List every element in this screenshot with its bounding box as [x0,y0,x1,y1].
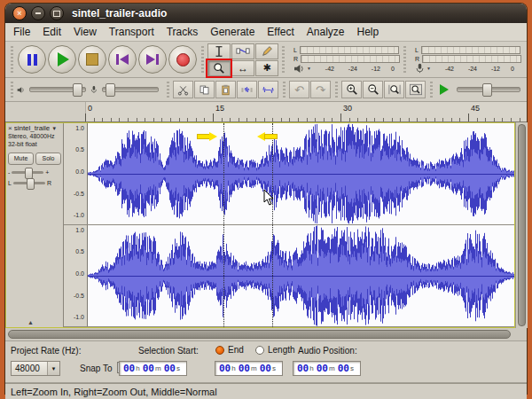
silence-icon [262,84,274,96]
menu-transport[interactable]: Transport [103,24,160,40]
window-minimize-button[interactable] [31,6,45,20]
menu-file[interactable]: File [7,24,36,40]
mute-button[interactable]: Mute [8,153,34,165]
vertical-ruler[interactable]: 1.0 0.5 0.0 -0.5 -1.0 [64,123,88,224]
slider-thumb[interactable] [27,178,35,190]
record-button[interactable] [168,45,197,74]
slider-thumb[interactable] [25,168,33,179]
vertical-ruler[interactable]: 1.0 0.5 0.0 -0.5 -1.0 [64,225,88,326]
time-value: 00 [338,363,349,374]
slider-thumb[interactable] [482,83,492,97]
track-name[interactable]: sintel_traile [14,124,50,132]
time-unit: s [350,364,354,372]
input-volume-slider[interactable] [102,87,159,92]
vruler-label: -1.0 [74,314,84,320]
trim-audio-button[interactable] [237,81,257,98]
title-bar[interactable]: × sintel_trailer-audio [5,4,527,23]
guide-line [272,123,273,327]
slider-thumb[interactable] [106,83,115,97]
recording-meter-bar-right[interactable] [422,55,521,63]
zoom-out-button[interactable] [363,81,383,98]
toolbar-grip[interactable] [11,46,13,73]
toolbar-grip[interactable] [201,46,204,73]
undo-button[interactable]: ↶ [289,81,309,98]
time-value: 00 [239,363,250,374]
pan-slider[interactable] [13,182,45,184]
copy-button[interactable] [194,81,215,98]
playback-meter[interactable]: L R ▼ -42 -24 -12 0 [293,46,400,74]
timeshift-tool-button[interactable]: ↔ [231,60,254,76]
zoom-tool-button[interactable] [207,60,231,76]
solo-button[interactable]: Solo [35,153,61,165]
window-close-button[interactable]: × [12,6,27,20]
menu-effect[interactable]: Effect [261,24,300,40]
slider-thumb[interactable] [73,83,82,97]
play-at-speed-button[interactable] [440,84,449,95]
maximize-icon [53,11,60,17]
track-close-button[interactable]: × [8,124,12,132]
selection-tool-button[interactable] [207,43,231,59]
vertical-scrollbar[interactable] [515,122,528,328]
envelope-tool-button[interactable] [231,43,254,59]
toolbar-grip[interactable] [335,82,338,98]
toolbar-grip[interactable] [167,82,169,98]
play-button[interactable] [48,45,76,74]
paste-button[interactable] [215,81,236,98]
ruler-tick [85,113,86,121]
menu-tracks[interactable]: Tracks [160,24,205,40]
window-maximize-button[interactable] [50,6,64,20]
fit-project-button[interactable] [405,81,426,98]
menu-generate[interactable]: Generate [204,24,261,40]
scrollbar-thumb[interactable] [8,330,511,339]
toolbar-grip[interactable] [11,82,13,98]
chevron-down-icon[interactable]: ▼ [426,66,431,71]
redo-button[interactable]: ↷ [310,81,331,98]
magnifier-icon [213,62,225,74]
playback-speed-slider[interactable] [457,87,520,92]
length-radio[interactable]: Length [255,345,295,355]
pause-button[interactable] [18,45,46,74]
multi-tool-button[interactable]: ✱ [255,60,278,76]
chevron-down-icon[interactable]: ▼ [307,66,311,71]
recording-meter-bar-left[interactable] [421,46,520,54]
fit-selection-button[interactable] [384,81,404,98]
chevron-down-icon[interactable]: ▼ [47,362,59,375]
paste-icon [220,84,231,96]
toolbar-grip[interactable] [430,82,433,98]
zoom-in-button[interactable] [341,81,362,98]
cut-button[interactable] [173,81,193,98]
menu-help[interactable]: Help [351,24,386,40]
playback-meter-bar-right[interactable] [301,55,400,63]
draw-tool-button[interactable] [255,43,278,59]
horizontal-scrollbar[interactable] [5,328,527,341]
selection-start-field[interactable]: 00h 00m 00s [119,361,187,376]
toolbar-grip[interactable] [283,82,286,98]
toolbar-grip[interactable] [403,46,406,73]
time-unit: s [272,364,276,372]
gain-slider[interactable] [12,171,43,174]
timeline-ruler[interactable]: 0 15 30 45 [5,102,527,122]
skip-to-end-icon [146,54,159,65]
project-rate-combobox[interactable]: 48000 ▼ [11,361,60,376]
track-collapse-button[interactable]: ▲ [27,319,34,325]
skip-to-start-button[interactable] [108,45,137,74]
menu-edit[interactable]: Edit [36,24,67,40]
waveform-right[interactable] [88,225,514,326]
time-unit: s [176,364,180,372]
selection-end-field[interactable]: 00h 00m 00s [215,361,283,376]
silence-audio-button[interactable] [258,81,278,98]
audio-position-field[interactable]: 00h 00m 00s [293,361,361,376]
stop-button[interactable] [78,45,106,74]
playback-meter-bar-left[interactable] [300,46,399,54]
output-volume-slider[interactable] [29,87,86,92]
meter-label-right: R [293,56,298,62]
recording-meter[interactable]: L R ▼ -42 -24 -12 0 [415,46,521,74]
track-menu-dropdown-icon[interactable]: ▼ [51,126,57,131]
toolbar-grip[interactable] [282,46,285,73]
waveform-left[interactable] [88,123,514,224]
skip-to-end-button[interactable] [138,45,167,74]
menu-view[interactable]: View [67,24,103,40]
end-radio[interactable]: End [215,345,244,355]
menu-analyze[interactable]: Analyze [301,24,351,40]
scrollbar-thumb[interactable] [518,124,526,326]
